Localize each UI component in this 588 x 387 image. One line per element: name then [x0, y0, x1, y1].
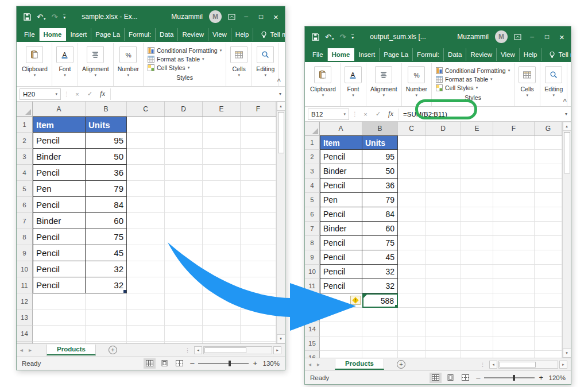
cell-F9[interactable]	[493, 250, 535, 265]
cell-B11[interactable]: 32	[362, 279, 398, 293]
cell-A14[interactable]	[33, 326, 86, 342]
alignment-button[interactable]	[375, 66, 392, 83]
cell-E5[interactable]	[461, 193, 493, 207]
cell-F12[interactable]	[493, 293, 535, 308]
column-header-D[interactable]: D	[165, 102, 203, 116]
cell-D11[interactable]	[165, 277, 203, 293]
column-header-C[interactable]: C	[398, 122, 425, 135]
cell-A8[interactable]: Pencil	[320, 236, 362, 250]
horizontal-scroll-track[interactable]	[498, 361, 558, 369]
cell-G3[interactable]	[535, 164, 562, 179]
cell-G12[interactable]	[535, 293, 562, 308]
cell-G15[interactable]	[535, 336, 562, 351]
scroll-left-icon[interactable]: ◂	[489, 361, 497, 369]
page-break-view-button[interactable]	[459, 373, 471, 383]
cell-E11[interactable]	[461, 279, 493, 293]
cell-C15[interactable]	[398, 336, 425, 351]
styles-item-conditional-formatting[interactable]: Conditional Formatting▾	[436, 67, 510, 74]
column-header-E[interactable]: E	[461, 122, 493, 135]
tab-data[interactable]: Data	[156, 28, 178, 41]
cell-D13[interactable]	[425, 308, 461, 322]
zoom-out-button[interactable]: –	[190, 359, 194, 367]
select-all-corner[interactable]	[305, 122, 320, 135]
undo-icon[interactable]: ↶▾	[37, 13, 45, 21]
column-header-F[interactable]: F	[493, 122, 535, 135]
row-header-15[interactable]: 15	[305, 336, 320, 351]
cell-B9[interactable]: 45	[362, 250, 398, 265]
zoom-slider[interactable]	[484, 377, 535, 378]
cell-F13[interactable]	[493, 308, 535, 322]
scroll-up-icon[interactable]: ▴	[277, 102, 285, 111]
cell-A6[interactable]: Pencil	[33, 197, 86, 213]
cell-B16[interactable]	[362, 351, 398, 358]
cell-B6[interactable]: 84	[86, 197, 127, 213]
row-header-11[interactable]: 11	[305, 279, 320, 293]
row-header-1[interactable]: 1	[17, 117, 33, 133]
cell-F16[interactable]	[493, 351, 535, 358]
cell-F8[interactable]	[493, 236, 535, 250]
zoom-out-button[interactable]: –	[476, 373, 480, 382]
cell-G5[interactable]	[535, 193, 562, 207]
cell-C11[interactable]	[398, 279, 425, 293]
cell-E1[interactable]	[461, 136, 493, 150]
cell-F15[interactable]	[493, 336, 535, 351]
cell-A3[interactable]: Binder	[33, 149, 86, 165]
cell-F6[interactable]	[241, 197, 276, 213]
horizontal-scrollbar[interactable]: ◂▸	[489, 361, 567, 369]
row-header-14[interactable]: 14	[305, 322, 320, 336]
cell-F11[interactable]	[241, 277, 276, 293]
cell-F11[interactable]	[493, 279, 535, 293]
cell-A7[interactable]: Binder	[33, 213, 86, 229]
cell-C14[interactable]	[127, 326, 165, 342]
cell-G11[interactable]	[535, 279, 562, 293]
select-all-corner[interactable]	[17, 102, 33, 116]
font-button[interactable]: A	[56, 46, 74, 63]
cells-button[interactable]	[519, 66, 536, 83]
scroll-up-icon[interactable]: ▴	[563, 122, 571, 131]
scroll-right-icon[interactable]: ▸	[559, 361, 567, 369]
normal-view-button[interactable]	[430, 373, 442, 383]
cell-G14[interactable]	[535, 322, 562, 336]
row-header-5[interactable]: 5	[305, 193, 320, 207]
cell-F2[interactable]	[241, 133, 276, 149]
scroll-right-icon[interactable]: ▸	[273, 346, 281, 354]
tell-me[interactable]: Tell me	[261, 31, 285, 38]
cell-G2[interactable]	[535, 150, 562, 164]
row-header-4[interactable]: 4	[17, 165, 33, 181]
cell-D3[interactable]	[165, 149, 203, 165]
cell-C12[interactable]	[398, 293, 425, 308]
enter-icon[interactable]: ✓	[373, 110, 383, 118]
cell-A1[interactable]: Item	[320, 136, 362, 150]
cell-F4[interactable]	[493, 179, 535, 193]
redo-icon[interactable]: ↷	[51, 13, 57, 21]
cell-C8[interactable]	[127, 229, 165, 245]
styles-item-cell-styles[interactable]: Cell Styles▾	[436, 84, 478, 91]
vertical-scroll-thumb[interactable]	[564, 132, 570, 173]
cell-D9[interactable]	[425, 250, 461, 265]
styles-item-cell-styles[interactable]: Cell Styles▾	[148, 64, 189, 71]
cell-D8[interactable]	[425, 236, 461, 250]
cell-E14[interactable]	[203, 326, 241, 342]
cell-C12[interactable]	[127, 293, 165, 309]
normal-view-button[interactable]	[144, 358, 156, 369]
cell-A8[interactable]: Pencil	[33, 229, 86, 245]
cell-D2[interactable]	[165, 133, 203, 149]
zoom-slider[interactable]	[198, 363, 249, 364]
cell-A11[interactable]: Pencil	[33, 277, 86, 293]
cell-C6[interactable]	[127, 197, 165, 213]
save-icon[interactable]	[24, 13, 31, 21]
cell-A3[interactable]: Binder	[320, 164, 362, 179]
undo-dropdown-icon[interactable]: ▾	[44, 17, 46, 21]
undo-dropdown-icon[interactable]: ▾	[332, 37, 334, 41]
cell-B7[interactable]: 60	[362, 222, 398, 236]
cell-A11[interactable]: Pencil	[320, 279, 362, 293]
cell-D14[interactable]	[165, 326, 203, 342]
cell-E8[interactable]	[461, 236, 493, 250]
cell-B3[interactable]: 50	[362, 164, 398, 179]
name-box[interactable]: B12▾	[308, 109, 349, 120]
cell-C9[interactable]	[398, 250, 425, 265]
horizontal-scrollbar[interactable]: ◂▸	[194, 346, 281, 354]
row-header-8[interactable]: 8	[305, 236, 320, 250]
collapse-ribbon-icon[interactable]: ^	[563, 98, 567, 105]
column-header-A[interactable]: A	[320, 122, 362, 135]
